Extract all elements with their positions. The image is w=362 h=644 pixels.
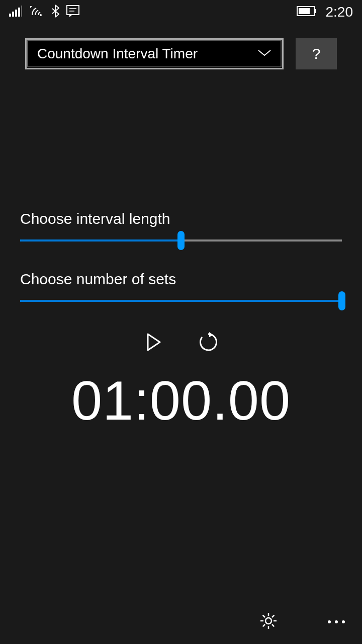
- svg-rect-0: [9, 14, 11, 17]
- interval-slider[interactable]: [20, 239, 342, 242]
- interval-slider-thumb[interactable]: [177, 231, 185, 250]
- svg-rect-6: [67, 6, 79, 15]
- interval-label: Choose interval length: [20, 210, 342, 227]
- svg-line-18: [272, 624, 274, 626]
- svg-rect-11: [315, 9, 316, 13]
- reset-button[interactable]: [196, 331, 220, 355]
- svg-line-20: [272, 615, 274, 617]
- more-button[interactable]: [328, 620, 345, 623]
- status-right: 2:20: [297, 4, 353, 20]
- sets-slider-thumb[interactable]: [338, 291, 345, 310]
- svg-rect-3: [18, 8, 20, 17]
- bluetooth-icon: [51, 5, 59, 20]
- svg-rect-2: [15, 10, 17, 17]
- svg-line-17: [263, 615, 265, 617]
- ellipsis-icon: [328, 620, 345, 623]
- help-button[interactable]: ?: [296, 38, 337, 69]
- svg-rect-10: [299, 8, 310, 14]
- main-content: Choose interval length Choose number of …: [0, 210, 362, 432]
- controls: [20, 331, 342, 355]
- settings-button[interactable]: [259, 612, 278, 632]
- timer-display: 01:00.00: [20, 368, 342, 432]
- status-time: 2:20: [326, 4, 353, 20]
- slider-section: Choose interval length Choose number of …: [20, 210, 342, 302]
- interval-slider-fill: [20, 239, 181, 242]
- battery-icon: [297, 6, 317, 18]
- message-icon: [66, 5, 79, 19]
- bottom-bar: [259, 612, 345, 632]
- mode-dropdown[interactable]: Countdown Interval Timer: [25, 38, 284, 69]
- status-left: [9, 5, 79, 20]
- chevron-down-icon: [257, 49, 272, 58]
- gear-icon: [259, 612, 278, 632]
- sets-label: Choose number of sets: [20, 271, 342, 288]
- dropdown-label: Countdown Interval Timer: [37, 46, 198, 62]
- help-label: ?: [312, 45, 321, 62]
- header-row: Countdown Interval Timer ?: [0, 24, 362, 69]
- sets-slider-group: Choose number of sets: [20, 271, 342, 302]
- svg-rect-4: [21, 6, 22, 17]
- play-button[interactable]: [142, 331, 166, 355]
- sets-slider-fill: [20, 300, 342, 302]
- interval-slider-group: Choose interval length: [20, 210, 342, 242]
- svg-line-19: [263, 624, 265, 626]
- svg-point-5: [40, 14, 42, 16]
- reset-icon: [198, 332, 218, 354]
- signal-icon: [9, 6, 22, 19]
- status-bar: 2:20: [0, 0, 362, 24]
- sets-slider[interactable]: [20, 300, 342, 302]
- wifi-icon: [29, 5, 44, 19]
- play-icon: [146, 333, 162, 353]
- svg-point-12: [265, 618, 272, 624]
- svg-rect-1: [12, 12, 14, 17]
